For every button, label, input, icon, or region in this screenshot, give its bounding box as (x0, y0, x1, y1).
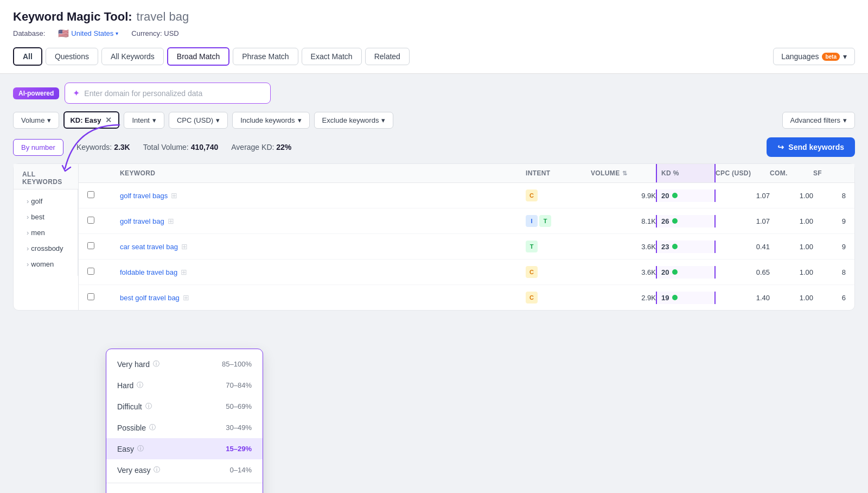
sidebar-chevron-best: › (27, 213, 29, 221)
by-number-btn[interactable]: By number (13, 139, 63, 156)
intent-badge-t-2: T (539, 215, 551, 227)
sidebar-item-men[interactable]: ›men (22, 225, 69, 240)
volume-sort-icon[interactable]: ⇅ (622, 170, 627, 177)
avg-kd-value: 22% (276, 143, 291, 151)
kd-option-possible[interactable]: Possible ⓘ 30–49% (106, 417, 263, 438)
ai-placeholder-text: Enter domain for personalized data (84, 89, 202, 98)
cpc-chevron-icon: ▾ (216, 116, 220, 124)
kd-close-button[interactable]: ✕ (104, 116, 113, 124)
kd-dot-5 (672, 295, 678, 300)
keyword-link-3[interactable]: car seat travel bag ⊞ (120, 242, 526, 251)
intent-badge-i-2: I (526, 215, 538, 227)
send-keywords-btn[interactable]: ↩ Send keywords (767, 137, 855, 157)
intent-cell-3: T (526, 241, 591, 252)
sidebar-item-crossbody[interactable]: ›crossbody (22, 241, 69, 256)
row-checkbox-5[interactable] (87, 293, 120, 302)
row-checkbox-4[interactable] (87, 268, 120, 276)
tab-exact-match[interactable]: Exact Match (302, 48, 362, 65)
cpc-filter-btn[interactable]: CPC (USD) ▾ (169, 112, 228, 129)
volume-chevron-icon: ▾ (47, 116, 51, 124)
row-checkbox-3[interactable] (87, 242, 120, 251)
sidebar-item-women[interactable]: ›women (22, 257, 69, 271)
volume-stat: Total Volume: 410,740 (143, 143, 219, 151)
volume-stat-value: 410,740 (191, 143, 219, 151)
kd-label: KD: Easy (70, 116, 101, 124)
tab-related[interactable]: Related (365, 48, 410, 65)
volume-label: Volume (21, 116, 44, 124)
intent-badge-c-4: C (526, 266, 538, 278)
intent-badge-t-3: T (526, 241, 538, 252)
col-header-kd: KD % (656, 164, 716, 182)
kd-option-very-easy[interactable]: Very easy ⓘ 0–14% (106, 459, 263, 481)
intent-filter-btn[interactable]: Intent ▾ (124, 112, 164, 129)
kd-info-possible[interactable]: ⓘ (149, 423, 156, 432)
custom-range-section: Custom range Apply (106, 485, 263, 493)
kd-option-easy[interactable]: Easy ⓘ 15–29% (106, 438, 263, 459)
keyword-link-5[interactable]: best golf travel bag ⊞ (120, 293, 526, 302)
advanced-label: Advanced filters (790, 116, 841, 124)
advanced-filters-btn[interactable]: Advanced filters ▾ (782, 112, 856, 129)
keyword-link-2[interactable]: golf travel bag ⊞ (120, 217, 526, 225)
ai-domain-input[interactable]: ✦ Enter domain for personalized data (65, 83, 271, 104)
sidebar-chevron-golf: › (27, 197, 29, 205)
sidebar-chevron-crossbody: › (27, 244, 29, 252)
sidebar-item-golf[interactable]: ›golf (22, 194, 69, 208)
table-row: golf travel bag ⊞ IT 8.1K 26 1.07 1.00 9 (79, 208, 854, 234)
include-keywords-btn[interactable]: Include keywords ▾ (232, 112, 309, 129)
col-header-intent: Intent (526, 169, 591, 177)
sf-cell-5: 6 (813, 294, 846, 302)
table-row: best golf travel bag ⊞ C 2.9K 19 1.40 1.… (79, 285, 854, 310)
intent-cell-5: C (526, 292, 591, 304)
intent-cell-2: IT (526, 215, 591, 227)
sidebar-item-best[interactable]: ›best (22, 210, 69, 224)
volume-filter-btn[interactable]: Volume ▾ (13, 112, 59, 129)
col-header-cpc: CPC (USD) (716, 169, 770, 177)
sf-cell-4: 8 (813, 268, 846, 276)
cpc-cell-1: 1.07 (716, 192, 770, 200)
include-chevron-icon: ▾ (298, 116, 302, 124)
languages-label: Languages (781, 52, 819, 61)
tabs-row: All Questions All Keywords Broad Match P… (13, 47, 855, 73)
kd-dot-2 (672, 218, 678, 224)
row-checkbox-1[interactable] (87, 191, 120, 200)
volume-cell-3: 3.6K (591, 243, 656, 251)
tab-broad-match[interactable]: Broad Match (167, 47, 229, 66)
keyword-link-1[interactable]: golf travel bags ⊞ (120, 191, 526, 200)
tab-questions[interactable]: Questions (46, 48, 98, 65)
kd-info-very-hard[interactable]: ⓘ (153, 359, 159, 369)
table-row: car seat travel bag ⊞ T 3.6K 23 0.41 1.0… (79, 234, 854, 260)
exclude-keywords-btn[interactable]: Exclude keywords ▾ (314, 112, 394, 129)
intent-cell-1: C (526, 189, 591, 201)
exclude-label: Exclude keywords (322, 116, 379, 124)
keyword-link-4[interactable]: foldable travel bag ⊞ (120, 268, 526, 276)
tab-all-keywords[interactable]: All Keywords (101, 48, 164, 65)
row-checkbox-2[interactable] (87, 217, 120, 225)
send-keywords-label: Send keywords (788, 143, 844, 151)
content-area: All keywords ›golf ›best ›men ›crossbody (13, 163, 855, 311)
kd-info-difficult[interactable]: ⓘ (145, 402, 152, 411)
keyword-icon-2: ⊞ (168, 217, 174, 225)
all-keywords-header: All keywords (14, 164, 78, 189)
keywords-value: 2.3K (114, 143, 130, 151)
kd-info-very-easy[interactable]: ⓘ (154, 465, 160, 475)
kd-option-difficult[interactable]: Difficult ⓘ 50–69% (106, 396, 263, 417)
kd-option-very-hard[interactable]: Very hard ⓘ 85–100% (106, 353, 263, 375)
avg-kd-label: Average KD: (231, 143, 274, 151)
languages-button[interactable]: Languages beta ▾ (773, 48, 855, 65)
kd-dot-1 (672, 193, 678, 198)
kd-filter-btn[interactable]: KD: Easy ✕ (63, 111, 119, 129)
kd-info-easy[interactable]: ⓘ (137, 444, 144, 453)
database-label: Database: (13, 29, 45, 37)
volume-stat-label: Total Volume: (143, 143, 189, 151)
tab-all[interactable]: All (13, 47, 42, 66)
table-header: Keyword Intent Volume ⇅ KD % CPC (USD) C… (79, 164, 854, 183)
kd-option-hard[interactable]: Hard ⓘ 70–84% (106, 375, 263, 396)
kd-range-difficult: 50–69% (226, 402, 252, 410)
kd-range-very-hard: 85–100% (222, 360, 252, 368)
database-link[interactable]: 🇺🇸 United States ▾ (58, 28, 118, 39)
kd-info-hard[interactable]: ⓘ (137, 381, 143, 390)
keyword-icon-4: ⊞ (181, 268, 187, 276)
tab-phrase-match[interactable]: Phrase Match (233, 48, 298, 65)
intent-chevron-icon: ▾ (152, 116, 156, 124)
left-sidebar: All keywords ›golf ›best ›men ›crossbody (14, 164, 79, 310)
